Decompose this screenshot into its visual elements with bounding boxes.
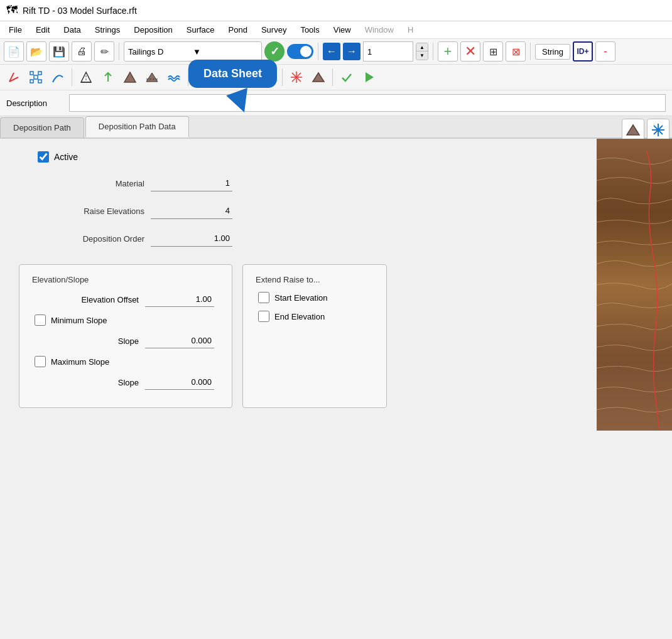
description-input[interactable] bbox=[69, 94, 666, 112]
material-input[interactable] bbox=[151, 175, 232, 191]
minimum-slope-checkbox[interactable] bbox=[35, 314, 46, 326]
menu-h[interactable]: H bbox=[401, 23, 420, 37]
toolbar2-separator-4 bbox=[332, 68, 333, 86]
tooltip-bubble: Data Sheet bbox=[188, 60, 277, 88]
node-edit-button[interactable] bbox=[26, 67, 46, 87]
print-button[interactable]: 🖨 bbox=[72, 41, 92, 62]
map-contours-svg bbox=[597, 139, 672, 431]
record-number-input[interactable] bbox=[363, 41, 413, 62]
stepper-down-button[interactable]: ▼ bbox=[416, 51, 428, 60]
new-button[interactable]: 📄 bbox=[4, 41, 24, 62]
slope1-input[interactable] bbox=[145, 333, 214, 348]
elevation-slope-title: Elevation/Slope bbox=[32, 275, 219, 284]
start-elevation-checkbox[interactable] bbox=[258, 292, 269, 303]
select-tool-button[interactable] bbox=[4, 67, 24, 87]
raise-elevations-row: Raise Elevations bbox=[19, 203, 578, 219]
mountain2-button[interactable] bbox=[308, 67, 328, 87]
string-button[interactable]: String bbox=[535, 44, 570, 60]
menu-window[interactable]: Window bbox=[359, 23, 400, 37]
active-checkbox[interactable] bbox=[38, 151, 49, 163]
menu-tools[interactable]: Tools bbox=[294, 23, 325, 37]
menu-strings[interactable]: Strings bbox=[89, 23, 126, 37]
id-minus-button[interactable]: - bbox=[595, 41, 615, 62]
menu-pond[interactable]: Pond bbox=[222, 23, 254, 37]
toolbar-separator-3 bbox=[433, 43, 433, 60]
record-nav: ▲ ▼ bbox=[363, 41, 428, 62]
save-button[interactable]: 💾 bbox=[49, 41, 69, 62]
app-icon: 🗺 bbox=[6, 4, 18, 17]
mountain-icon-button[interactable] bbox=[120, 67, 140, 87]
dropdown-value: Tailings D bbox=[128, 47, 193, 56]
edit-button[interactable]: ✏ bbox=[94, 41, 114, 62]
tab-deposition-path[interactable]: Deposition Path bbox=[0, 117, 84, 137]
toolbar2-separator-3 bbox=[282, 68, 283, 86]
terrain-view-button[interactable] bbox=[622, 119, 644, 141]
active-row: Active bbox=[38, 151, 578, 163]
wavy-line-button[interactable] bbox=[164, 67, 184, 87]
arrow-up-button[interactable] bbox=[98, 67, 118, 87]
string-dropdown[interactable]: Tailings D ▼ bbox=[124, 41, 262, 62]
tab-deposition-path-data[interactable]: Deposition Path Data bbox=[85, 116, 189, 137]
grid-button[interactable]: ⊞ bbox=[483, 41, 503, 62]
record-stepper: ▲ ▼ bbox=[416, 43, 428, 60]
menu-data[interactable]: Data bbox=[57, 23, 87, 37]
title-bar: 🗺 Rift TD - 03 Model Surface.rft bbox=[0, 0, 672, 21]
menu-edit[interactable]: Edit bbox=[30, 23, 56, 37]
menu-view[interactable]: View bbox=[327, 23, 357, 37]
toolbar2 bbox=[0, 65, 672, 90]
active-toggle[interactable] bbox=[287, 44, 313, 59]
stepper-up-button[interactable]: ▲ bbox=[416, 43, 428, 51]
slope2-input[interactable] bbox=[145, 375, 214, 390]
elevation-offset-label: Elevation Offset bbox=[32, 295, 139, 304]
svg-marker-27 bbox=[313, 73, 324, 82]
tab-bar: Deposition Path Deposition Path Data bbox=[0, 116, 672, 139]
toolbar-separator-2 bbox=[318, 43, 318, 60]
line-tool-button[interactable] bbox=[48, 67, 68, 87]
deposition-order-input[interactable] bbox=[151, 230, 232, 247]
elevation-offset-row: Elevation Offset bbox=[32, 292, 219, 307]
menu-file[interactable]: File bbox=[3, 23, 28, 37]
left-panel: Active Material Raise Elevations Deposit… bbox=[0, 139, 597, 431]
forward-button[interactable]: → bbox=[343, 43, 360, 60]
menu-bar: File Edit Data Strings Deposition Surfac… bbox=[0, 21, 672, 39]
menu-deposition[interactable]: Deposition bbox=[127, 23, 178, 37]
confirm-button[interactable]: ✓ bbox=[264, 41, 285, 62]
window-title: Rift TD - 03 Model Surface.rft bbox=[23, 6, 137, 16]
menu-survey[interactable]: Survey bbox=[255, 23, 293, 37]
cut-fill-button[interactable] bbox=[142, 67, 162, 87]
grid-x-button[interactable]: ⊠ bbox=[506, 41, 526, 62]
add-button[interactable]: + bbox=[438, 41, 458, 62]
material-row: Material bbox=[19, 175, 578, 191]
groups-row: Elevation/Slope Elevation Offset Minimum… bbox=[19, 264, 578, 418]
svg-marker-28 bbox=[366, 72, 374, 82]
deposition-order-label: Deposition Order bbox=[19, 234, 144, 244]
menu-surface[interactable]: Surface bbox=[180, 23, 221, 37]
dropdown-arrow-icon: ▼ bbox=[193, 47, 257, 56]
deposition-order-row: Deposition Order bbox=[19, 230, 578, 247]
delete-button[interactable]: ✕ bbox=[460, 41, 480, 62]
snowflake-button[interactable] bbox=[647, 119, 669, 141]
extend-raise-title: Extend Raise to... bbox=[256, 275, 374, 284]
maximum-slope-checkbox[interactable] bbox=[35, 356, 46, 367]
main-content: Active Material Raise Elevations Deposit… bbox=[0, 139, 672, 431]
slope2-row: Slope bbox=[32, 375, 219, 390]
elevation-offset-input[interactable] bbox=[145, 292, 214, 307]
id-plus-button[interactable]: ID+ bbox=[573, 41, 593, 62]
description-row: Description bbox=[0, 90, 672, 116]
open-button[interactable]: 📂 bbox=[26, 41, 46, 62]
toolbar2-separator-1 bbox=[72, 68, 72, 86]
checkmark-button[interactable] bbox=[337, 67, 357, 87]
play-button[interactable] bbox=[359, 67, 379, 87]
toolbar-separator-4 bbox=[530, 43, 531, 60]
end-elevation-checkbox[interactable] bbox=[258, 311, 269, 322]
description-label: Description bbox=[6, 99, 63, 108]
slope2-label: Slope bbox=[32, 378, 139, 387]
max-slope-checkbox-row: Maximum Slope bbox=[35, 356, 219, 367]
elevation-icon-button[interactable] bbox=[76, 67, 96, 87]
svg-rect-6 bbox=[34, 75, 38, 79]
maximum-slope-label: Maximum Slope bbox=[51, 357, 109, 367]
star-button[interactable] bbox=[286, 67, 306, 87]
back-button[interactable]: ← bbox=[323, 43, 340, 60]
min-slope-checkbox-row: Minimum Slope bbox=[35, 314, 219, 326]
raise-elevations-input[interactable] bbox=[151, 203, 232, 219]
